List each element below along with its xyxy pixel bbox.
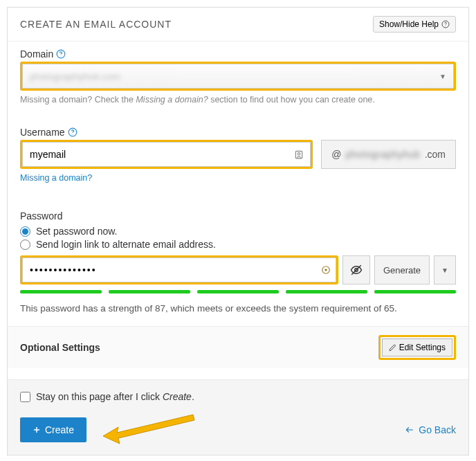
username-section: Username @ photographyhub .com Missing a… <box>8 120 468 183</box>
svg-point-5 <box>72 134 73 134</box>
domain-selected-value: photographyhub.com <box>30 71 120 82</box>
create-email-panel: CREATE AN EMAIL ACCOUNT Show/Hide Help D… <box>7 7 469 455</box>
stay-em: Create <box>163 391 192 402</box>
edit-settings-button[interactable]: Edit Settings <box>382 338 452 356</box>
svg-marker-14 <box>103 415 194 444</box>
radio-send-link-label: Send login link to alternate email addre… <box>36 239 216 250</box>
footer: Stay on this page after I click Create. … <box>8 379 468 455</box>
arrow-left-icon <box>405 425 414 435</box>
stay-on-page-checkbox-row[interactable]: Stay on this page after I click Create. <box>20 391 456 402</box>
help-icon[interactable] <box>68 127 77 137</box>
username-input[interactable] <box>22 142 311 167</box>
domain-label: Domain <box>20 48 53 60</box>
domain-hint: Missing a domain? Check the Missing a do… <box>20 95 456 105</box>
edit-settings-label: Edit Settings <box>399 343 446 352</box>
svg-point-1 <box>446 26 446 26</box>
stay-prefix: Stay on this page after I click <box>36 391 163 402</box>
password-option-now[interactable]: Set password now. <box>20 226 456 237</box>
help-button-label: Show/Hide Help <box>379 19 439 29</box>
domain-hint-prefix: Missing a domain? Check the <box>20 95 136 105</box>
password-strength-text: This password has a strength of 87, whic… <box>20 303 456 314</box>
radio-set-now-label: Set password now. <box>36 226 118 237</box>
optional-settings-title: Optional Settings <box>20 342 100 353</box>
username-label: Username <box>20 127 65 138</box>
password-option-link[interactable]: Send login link to alternate email addre… <box>20 239 456 250</box>
password-autofill-icon <box>321 265 331 275</box>
pencil-icon <box>389 344 396 352</box>
help-icon[interactable] <box>56 49 66 59</box>
domain-section: Domain photographyhub.com ▼ Missing a do… <box>8 42 468 105</box>
toggle-password-visibility-button[interactable] <box>342 255 370 284</box>
domain-select[interactable]: photographyhub.com ▼ <box>22 64 454 89</box>
question-circle-icon <box>441 20 450 28</box>
plus-icon <box>33 426 41 434</box>
password-strength-meter <box>20 290 456 293</box>
create-label: Create <box>45 424 74 435</box>
go-back-link[interactable]: Go Back <box>405 424 456 435</box>
go-back-label: Go Back <box>419 424 456 435</box>
panel-title: CREATE AN EMAIL ACCOUNT <box>20 19 172 30</box>
missing-domain-link[interactable]: Missing a domain? <box>20 173 92 183</box>
svg-point-9 <box>324 269 327 271</box>
contact-card-icon <box>294 150 304 159</box>
create-button[interactable]: Create <box>20 417 86 442</box>
svg-point-3 <box>61 55 62 56</box>
radio-set-now[interactable] <box>20 226 30 237</box>
optional-settings-header: Optional Settings Edit Settings <box>8 326 468 368</box>
password-section: Password Set password now. Send login li… <box>8 204 468 314</box>
stay-suffix: . <box>192 391 194 402</box>
generate-password-button[interactable]: Generate <box>374 255 430 284</box>
radio-send-link[interactable] <box>20 239 30 250</box>
at-tld: .com <box>425 149 446 160</box>
show-hide-help-button[interactable]: Show/Hide Help <box>373 16 456 33</box>
eye-off-icon <box>350 264 363 276</box>
panel-header: CREATE AN EMAIL ACCOUNT Show/Hide Help <box>8 8 468 42</box>
at-domain: photographyhub <box>345 149 420 160</box>
password-label: Password <box>20 210 456 222</box>
password-input[interactable] <box>22 257 336 282</box>
chevron-down-icon: ▼ <box>441 266 448 274</box>
stay-on-page-checkbox[interactable] <box>20 392 30 402</box>
annotation-arrow-icon <box>103 412 200 446</box>
svg-point-7 <box>298 153 300 156</box>
domain-suffix-box: @ photographyhub .com <box>321 140 456 169</box>
domain-hint-em: Missing a domain? <box>136 95 208 105</box>
at-symbol: @ <box>331 149 341 160</box>
domain-hint-suffix: section to find out how you can create o… <box>208 95 375 105</box>
chevron-down-icon: ▼ <box>439 73 446 80</box>
generate-dropdown-button[interactable]: ▼ <box>434 255 456 284</box>
generate-label: Generate <box>383 265 421 275</box>
stay-on-page-label: Stay on this page after I click Create. <box>36 391 194 402</box>
